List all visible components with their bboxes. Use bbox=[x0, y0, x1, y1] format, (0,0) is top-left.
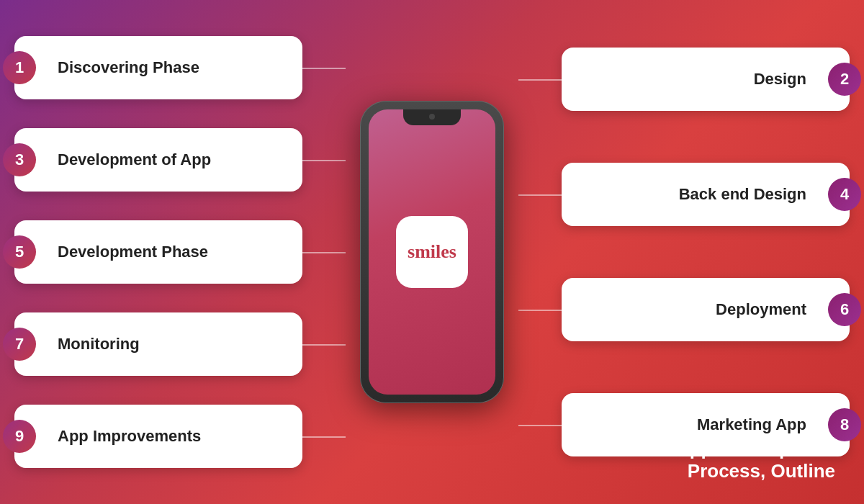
list-item: 7 Monitoring bbox=[14, 312, 302, 376]
list-item: Design 2 bbox=[562, 48, 850, 111]
step-badge: 5 bbox=[3, 235, 36, 269]
step-label: Development Phase bbox=[58, 243, 208, 261]
step-label: Design bbox=[754, 70, 806, 89]
title-line1: Mobile App Development bbox=[612, 438, 835, 460]
app-icon: smiles bbox=[396, 216, 468, 288]
phone-screen: smiles bbox=[369, 109, 495, 395]
list-item: 1 Discovering Phase bbox=[14, 36, 302, 99]
step-label: App Improvements bbox=[58, 427, 201, 446]
phone-body: smiles bbox=[360, 101, 504, 403]
list-item: 5 Development Phase bbox=[14, 220, 302, 284]
list-item: 3 Development of App bbox=[14, 128, 302, 192]
app-name: smiles bbox=[408, 241, 456, 263]
phone-mockup: smiles bbox=[360, 101, 504, 403]
phone-notch bbox=[403, 109, 461, 125]
list-item: Back end Design 4 bbox=[562, 163, 850, 226]
list-item: 9 App Improvements bbox=[14, 405, 302, 468]
step-badge: 4 bbox=[828, 178, 861, 211]
step-badge: 3 bbox=[3, 143, 36, 176]
title-line2: Process, Outline bbox=[612, 460, 835, 482]
list-item: Deployment 6 bbox=[562, 278, 850, 341]
step-label: Discovering Phase bbox=[58, 58, 199, 77]
step-badge: 8 bbox=[828, 408, 861, 441]
main-container: 1 Discovering Phase 3 Development of App… bbox=[0, 0, 864, 504]
step-label: Development of App bbox=[58, 150, 211, 169]
step-label: Monitoring bbox=[58, 335, 140, 354]
step-badge: 7 bbox=[3, 328, 36, 361]
bottom-title: Mobile App Development Process, Outline bbox=[612, 438, 835, 482]
step-label: Back end Design bbox=[679, 185, 806, 204]
step-badge: 6 bbox=[828, 293, 861, 326]
step-label: Marketing App bbox=[697, 415, 806, 434]
step-badge: 2 bbox=[828, 63, 861, 96]
step-label: Deployment bbox=[716, 300, 806, 319]
step-badge: 1 bbox=[3, 51, 36, 84]
right-cards-column: Design 2 Back end Design 4 Deployment 6 … bbox=[562, 0, 850, 504]
left-cards-column: 1 Discovering Phase 3 Development of App… bbox=[14, 0, 302, 504]
step-badge: 9 bbox=[3, 420, 36, 453]
